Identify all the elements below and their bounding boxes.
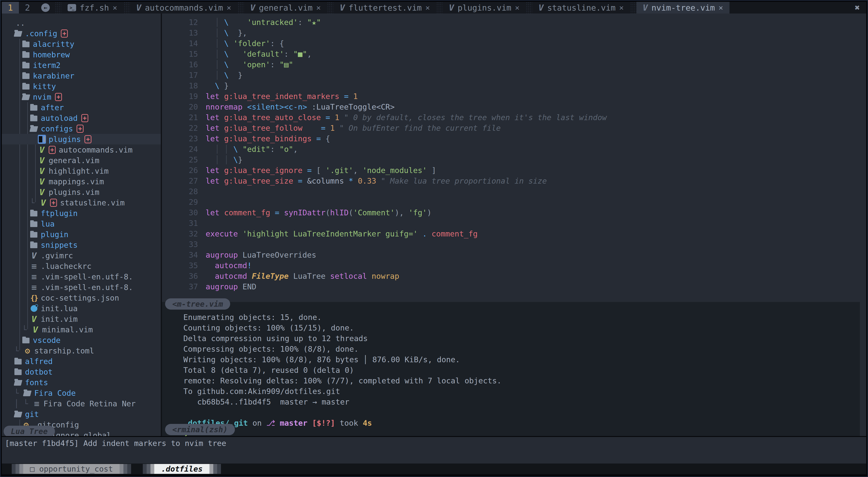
tree-row-karabiner[interactable]: karabiner — [2, 70, 161, 81]
tree-row-init.vim[interactable]: Vinit.vim — [2, 314, 161, 324]
tab-separator — [630, 2, 637, 13]
tree-row-ftplugin[interactable]: ftplugin — [2, 208, 161, 218]
tab-separator — [327, 2, 333, 13]
tree-row-vscode[interactable]: vscode — [2, 335, 161, 345]
code-token — [358, 166, 362, 175]
tree-row-autoload[interactable]: autoload+ — [2, 113, 161, 123]
code-token: augroup — [206, 282, 238, 291]
buffer-tab-fluttertest.vim[interactable]: Vfluttertest.vim× — [333, 2, 436, 13]
tree-row-.luacheckrc[interactable]: ≡.luacheckrc — [2, 261, 161, 271]
tree-row-.config[interactable]: .config+ — [2, 28, 161, 39]
code-token: │ — [224, 145, 228, 154]
code-token: }, — [238, 28, 247, 37]
code-token: . — [422, 229, 427, 238]
tree-row-dotbot[interactable]: dotbot — [2, 367, 161, 377]
tree-row-init.lua[interactable]: init.lua — [2, 303, 161, 314]
line-number: 25 — [162, 155, 198, 165]
tree-row-autocommands.vim[interactable]: V+autocommands.vim — [2, 144, 161, 155]
tree-row-..[interactable]: .. — [2, 18, 161, 28]
tree-row-general.vim[interactable]: Vgeneral.vim — [2, 155, 161, 166]
tree-row-plugins[interactable]: plugins+ — [2, 134, 161, 144]
code-token — [206, 145, 215, 154]
buffer-close-icon[interactable]: × — [425, 3, 430, 12]
code-token — [238, 145, 242, 154]
code-token: hlID — [330, 208, 349, 217]
tree-row-git[interactable]: git — [2, 409, 161, 419]
code-token: 'fg' — [408, 208, 427, 217]
code-token: &columns — [307, 176, 344, 185]
tree-row-Fira-Code-Retina-Ner[interactable]: │ └ ≡Fira Code Retina Ner — [2, 398, 161, 409]
terminal-token: [$!?] — [312, 418, 335, 428]
code-token — [206, 155, 215, 164]
file-tree-panel[interactable]: ...config+alacrittyhomebrewiterm2karabin… — [2, 13, 161, 436]
tab-number-1[interactable]: 1 — [2, 2, 19, 13]
json-file-icon: {} — [30, 294, 38, 302]
tree-row-statusline.vim[interactable]: └ V+statusline.vim — [2, 197, 161, 208]
code-token: \ — [224, 60, 228, 69]
code-token — [219, 145, 224, 154]
tree-row-mappings.vim[interactable]: Vmappings.vim — [2, 176, 161, 187]
tree-row-kitty[interactable]: kitty — [2, 81, 161, 92]
code-token — [427, 229, 432, 238]
vim-message-line: [master f1bd4f5] Add indent markers to n… — [2, 437, 866, 464]
tmux-fade-segment — [19, 464, 23, 474]
tree-row-alacritty[interactable]: alacritty — [2, 39, 161, 49]
code-line: 28 — [162, 186, 866, 197]
tree-row-plugin[interactable]: plugin — [2, 229, 161, 240]
editor-buffer[interactable]: 12 │ \ 'untracked': "★"13 │ \ },14 │ \ '… — [162, 13, 866, 302]
tmux-window-opportunity_cost[interactable]: □ opportunity_cost — [12, 464, 131, 474]
tree-item-label: snippets — [41, 241, 78, 249]
code-token — [228, 18, 247, 27]
close-all-button[interactable]: ✖ — [850, 2, 860, 13]
tree-row-iterm2[interactable]: iterm2 — [2, 60, 161, 70]
code-token: : — [270, 60, 275, 69]
tree-row-after[interactable]: after — [2, 102, 161, 113]
buffer-close-icon[interactable]: × — [619, 3, 624, 12]
tree-row-highlight.vim[interactable]: Vhighlight.vim — [2, 166, 161, 176]
tree-row-fonts[interactable]: fonts — [2, 377, 161, 388]
buffer-close-icon[interactable]: × — [113, 3, 117, 12]
terminal-token: To github.com:Akin909/dotfiles.git — [183, 387, 340, 396]
tree-row-starship.toml[interactable]: └ ⚙starship.toml — [2, 345, 161, 356]
buffer-close-icon[interactable]: × — [316, 3, 321, 12]
tree-item-label: init.lua — [41, 304, 78, 313]
buffer-tab-statusline.vim[interactable]: Vstatusline.vim× — [532, 2, 630, 13]
terminal-split[interactable]: Enumerating objects: 15, done.Counting o… — [162, 302, 860, 436]
buffer-tab-fzf.sh[interactable]: >_fzf.sh× — [61, 2, 124, 13]
buffer-close-icon[interactable]: × — [718, 3, 723, 12]
code-token: "▤" — [279, 60, 293, 69]
tree-row-.vim-spell-en.utf-8.[interactable]: ≡.vim-spell-en.utf-8. — [2, 271, 161, 282]
tree-row-snippets[interactable]: snippets — [2, 240, 161, 250]
tree-row-plugins.vim[interactable]: Vplugins.vim — [2, 187, 161, 197]
code-token: 1 — [330, 124, 335, 133]
buffer-tab-autocommands.vim[interactable]: Vautocommands.vim× — [130, 2, 238, 13]
buffer-tab-label: general.vim — [259, 3, 313, 12]
buffer-tab-plugins.vim[interactable]: Vplugins.vim× — [442, 2, 526, 13]
code-token: \ — [224, 18, 228, 27]
tree-row-homebrew[interactable]: homebrew — [2, 49, 161, 60]
tree-row-.gvimrc[interactable]: V.gvimrc — [2, 250, 161, 261]
tree-row-minimal.vim[interactable]: └ Vminimal.vim — [2, 324, 161, 335]
buffer-close-icon[interactable]: × — [226, 3, 231, 12]
code-token: \ — [224, 71, 228, 80]
code-line: 27let g:lua_tree_size = &columns * 0.33 … — [162, 176, 866, 186]
buffer-close-icon[interactable]: × — [515, 3, 519, 12]
code-token: <silent><c-n> — [247, 102, 307, 111]
tmux-window-.dotfiles[interactable]: .dotfiles — [143, 464, 221, 474]
text-file-icon: ≡ — [30, 262, 38, 270]
tree-row-coc-settings.json[interactable]: {}coc-settings.json — [2, 293, 161, 303]
tree-item-label: mappings.vim — [49, 177, 104, 186]
code-token — [219, 18, 224, 27]
tree-row-alfred[interactable]: alfred — [2, 356, 161, 367]
reload-button[interactable]: ← — [36, 2, 55, 13]
git-modified-badge: + — [61, 30, 68, 38]
tree-row-nvim[interactable]: nvim+ — [2, 92, 161, 102]
buffer-tab-nvim-tree.vim[interactable]: Vnvim-tree.vim× — [637, 2, 730, 13]
tree-row-.vim-spell-en.utf-8.[interactable]: ≡.vim-spell-en.utf-8. — [2, 282, 161, 293]
buffer-tab-general.vim[interactable]: Vgeneral.vim× — [244, 2, 327, 13]
tree-row-Fira-Code[interactable]: └ Fira Code — [2, 388, 161, 398]
tree-row-configs[interactable]: configs+ — [2, 123, 161, 134]
tab-number-2[interactable]: 2 — [19, 2, 36, 13]
tree-row-lua[interactable]: lua — [2, 218, 161, 229]
code-token — [219, 92, 224, 101]
